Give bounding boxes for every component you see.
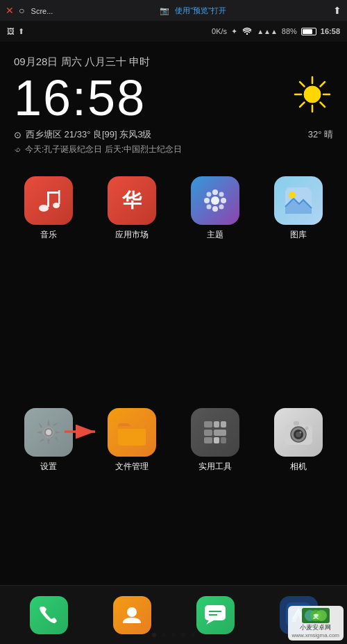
- reminder-icon: ꩜: [14, 145, 22, 155]
- gallery-label: 图库: [290, 229, 307, 241]
- battery-icon: [301, 28, 316, 35]
- gallery-icon[interactable]: [274, 176, 323, 225]
- notif-right-info: 0K/s ✦ ▲▲▲ 88% 16:58: [212, 26, 340, 36]
- preview-button[interactable]: 使用"预览"打开: [175, 6, 226, 16]
- svg-rect-12: [47, 192, 49, 207]
- camera-icon-app[interactable]: [274, 408, 323, 457]
- datetime-section: 09月28日 周六 八月三十 申时 16:58 ⊙ 西乡塘区 21/33: [0, 42, 347, 162]
- watermark: 麦 小麦安卓网 www.xmsigma.com: [288, 606, 344, 641]
- svg-rect-38: [214, 437, 219, 443]
- weather-info: 西乡塘区 21/33° 良[99] 东风3级: [26, 128, 151, 141]
- svg-point-20: [207, 192, 212, 197]
- dock-messaging[interactable]: [196, 596, 235, 634]
- tools-icon[interactable]: [191, 408, 239, 457]
- svg-rect-32: [204, 421, 212, 427]
- svg-line-6: [300, 82, 305, 87]
- settings-label: 设置: [40, 461, 57, 473]
- svg-point-27: [46, 430, 51, 435]
- svg-point-46: [305, 427, 309, 430]
- wifi-icon: [242, 26, 253, 36]
- temp-display: 32° 晴: [308, 128, 333, 141]
- svg-point-1: [304, 86, 321, 103]
- date-line: 09月28日 周六 八月三十 申时: [14, 56, 333, 69]
- sun-icon: [291, 74, 333, 123]
- appstore-icon[interactable]: 华: [108, 176, 156, 225]
- svg-point-22: [207, 205, 212, 210]
- app-gallery[interactable]: 图库: [264, 176, 333, 394]
- time-display-small: 16:58: [321, 27, 340, 35]
- bluetooth-icon: ✦: [231, 27, 237, 36]
- phone-icon[interactable]: [30, 596, 68, 634]
- svg-point-16: [212, 189, 218, 195]
- svg-rect-36: [221, 421, 226, 427]
- notification-bar: 🖼 ⬆ 0K/s ✦ ▲▲▲ 88% 16:58: [0, 21, 347, 42]
- screen-label: Scre...: [31, 7, 53, 15]
- svg-marker-49: [206, 620, 214, 625]
- home-screen: 09月28日 周六 八月三十 申时 16:58 ⊙ 西乡塘区 21/33: [0, 42, 347, 644]
- theme-label: 主题: [207, 229, 223, 241]
- svg-rect-30: [118, 426, 146, 446]
- location-icon: ⊙: [14, 130, 22, 140]
- svg-point-10: [39, 205, 49, 212]
- svg-point-23: [219, 205, 224, 210]
- svg-line-7: [321, 102, 325, 107]
- svg-point-21: [219, 192, 224, 197]
- share-icon[interactable]: ⬆: [333, 5, 341, 16]
- svg-rect-48: [205, 605, 226, 620]
- app-appstore[interactable]: 华 应用市场: [97, 176, 167, 394]
- svg-rect-45: [294, 421, 299, 425]
- minimize-button[interactable]: ○: [19, 5, 24, 16]
- filemanager-icon[interactable]: [108, 408, 156, 457]
- camera-icon: 📷: [160, 6, 169, 15]
- svg-point-47: [127, 607, 137, 617]
- svg-point-15: [211, 196, 219, 205]
- svg-point-17: [212, 206, 218, 212]
- weather-line: ⊙ 西乡塘区 21/33° 良[99] 东风3级 32° 晴: [14, 128, 333, 141]
- close-button[interactable]: ✕: [6, 5, 14, 16]
- svg-rect-14: [47, 192, 58, 194]
- watermark-site: 小麦安卓网: [300, 623, 331, 632]
- toolbar-right[interactable]: ⬆: [333, 5, 341, 16]
- svg-rect-33: [204, 430, 212, 436]
- watermark-url: www.xmsigma.com: [292, 632, 339, 638]
- contacts-icon[interactable]: [113, 596, 151, 634]
- app-grid: 音乐 华 应用市场: [0, 162, 347, 626]
- svg-point-19: [221, 198, 226, 203]
- app-music[interactable]: 音乐: [14, 176, 83, 394]
- svg-rect-31: [118, 426, 146, 429]
- music-icon[interactable]: [24, 176, 73, 225]
- dock-phone[interactable]: [30, 596, 68, 634]
- svg-point-18: [204, 198, 210, 203]
- tools-label: 实用工具: [198, 461, 232, 473]
- svg-rect-35: [214, 421, 219, 427]
- toolbar-left[interactable]: ✕ ○ Scre...: [6, 5, 53, 16]
- reminder-text: 今天:孔子诞辰纪念日 后天:中国烈士纪念日: [25, 144, 182, 155]
- svg-text:麦: 麦: [313, 613, 319, 620]
- messaging-icon[interactable]: [196, 596, 235, 634]
- svg-point-44: [300, 432, 302, 434]
- appstore-label: 应用市场: [115, 229, 149, 241]
- app-theme[interactable]: 主题: [180, 176, 250, 394]
- reminder-line: ꩜ 今天:孔子诞辰纪念日 后天:中国烈士纪念日: [14, 144, 333, 155]
- svg-point-0: [246, 33, 248, 35]
- music-label: 音乐: [40, 229, 57, 241]
- watermark-logo: 麦: [302, 608, 330, 623]
- svg-line-9: [300, 102, 305, 107]
- svg-rect-37: [214, 430, 226, 436]
- signal-icon: ▲▲▲: [257, 28, 278, 35]
- time-weather-row: 16:58: [14, 73, 333, 123]
- notif-left-icons: 🖼 ⬆: [7, 27, 24, 36]
- svg-rect-13: [58, 190, 60, 204]
- svg-rect-34: [204, 437, 212, 443]
- camera-label: 相机: [290, 461, 307, 473]
- clock-time: 16:58: [14, 73, 146, 123]
- dock-contacts[interactable]: [113, 596, 151, 634]
- network-speed: 0K/s: [212, 27, 227, 35]
- image-icon: 🖼: [7, 27, 15, 35]
- filemanager-label: 文件管理: [115, 461, 149, 473]
- battery-percent: 88%: [282, 27, 297, 35]
- svg-rect-39: [221, 437, 226, 443]
- system-toolbar: ✕ ○ Scre... 📷 使用"预览"打开 ⬆: [0, 0, 347, 21]
- theme-icon[interactable]: [191, 176, 239, 225]
- toolbar-center: 📷 使用"预览"打开: [160, 6, 226, 16]
